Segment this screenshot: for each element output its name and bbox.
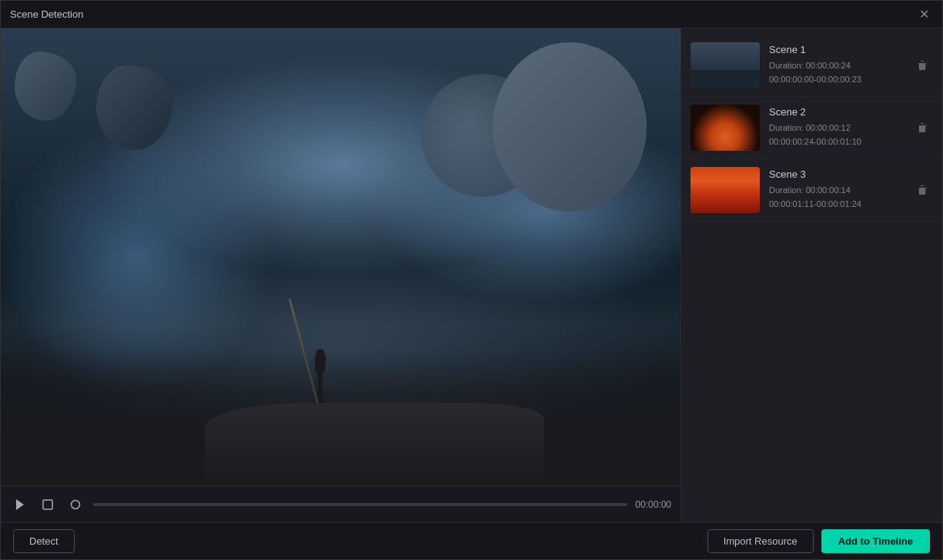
scene-thumbnail-3 [691,167,760,213]
trash-icon-1 [916,59,928,72]
title-bar: Scene Detection ✕ [1,1,942,28]
detect-button[interactable]: Detect [13,529,75,553]
rock-decoration-1 [15,52,76,121]
svg-marker-0 [16,499,24,510]
delete-scene-1-button[interactable] [911,55,933,76]
circle-button[interactable] [65,495,85,515]
scene-detection-window: Scene Detection ✕ [0,0,943,560]
import-resource-button[interactable]: Import Resource [707,529,814,553]
circle-icon [69,498,82,511]
scene-duration-2: Duration: 00:00:00:12 00:00:00:24-00:00:… [769,122,902,148]
trash-icon-3 [916,184,928,196]
scenes-panel: Scene 1 Duration: 00:00:00:24 00:00:00:0… [680,28,942,522]
svg-rect-1 [43,500,52,509]
rock-decoration-3 [493,42,647,212]
delete-scene-2-button[interactable] [911,117,933,138]
trash-icon-2 [916,122,928,134]
warrior-silhouette [309,342,332,403]
video-controls: 00:00:00 [1,485,680,522]
scene-thumbnail-1 [691,42,760,88]
scene-item-3[interactable]: Scene 3 Duration: 00:00:00:14 00:00:01:1… [681,159,942,222]
video-scene [1,28,680,485]
right-actions: Import Resource Add to Timeline [707,529,930,553]
ground-rock [205,403,545,485]
rock-decoration-2 [96,65,173,150]
ground-decoration [1,348,680,485]
crop-button[interactable] [38,495,58,515]
progress-bar[interactable] [93,503,627,506]
scene-duration-3: Duration: 00:00:00:14 00:00:01:11-00:00:… [769,184,902,211]
play-button[interactable] [10,495,30,515]
scene-info-1: Scene 1 Duration: 00:00:00:24 00:00:00:0… [769,44,902,86]
svg-point-2 [72,500,80,508]
add-to-timeline-button[interactable]: Add to Timeline [821,529,930,553]
scene-duration-1: Duration: 00:00:00:24 00:00:00:00-00:00:… [769,59,902,86]
window-title: Scene Detection [10,8,83,20]
crop-icon [42,498,54,511]
close-button[interactable]: ✕ [915,5,933,24]
scene-info-2: Scene 2 Duration: 00:00:00:12 00:00:00:2… [769,106,902,148]
scene-thumbnail-2 [691,105,760,151]
scene-name-2: Scene 2 [769,106,902,118]
delete-scene-3-button[interactable] [911,179,933,201]
scene-name-3: Scene 3 [769,168,902,180]
scene-item-1[interactable]: Scene 1 Duration: 00:00:00:24 00:00:00:0… [681,35,942,97]
play-icon [14,498,26,511]
main-content: 00:00:00 Scene 1 Duration: 00:00:00:24 0… [1,28,942,522]
scene-item-2[interactable]: Scene 2 Duration: 00:00:00:12 00:00:00:2… [681,97,942,159]
bottom-bar: Detect Import Resource Add to Timeline [1,522,942,559]
video-area: 00:00:00 [1,28,680,522]
scene-name-1: Scene 1 [769,44,902,55]
video-container [1,28,680,485]
time-display: 00:00:00 [635,499,671,510]
scene-info-3: Scene 3 Duration: 00:00:00:14 00:00:01:1… [769,168,902,211]
video-preview [1,28,680,485]
